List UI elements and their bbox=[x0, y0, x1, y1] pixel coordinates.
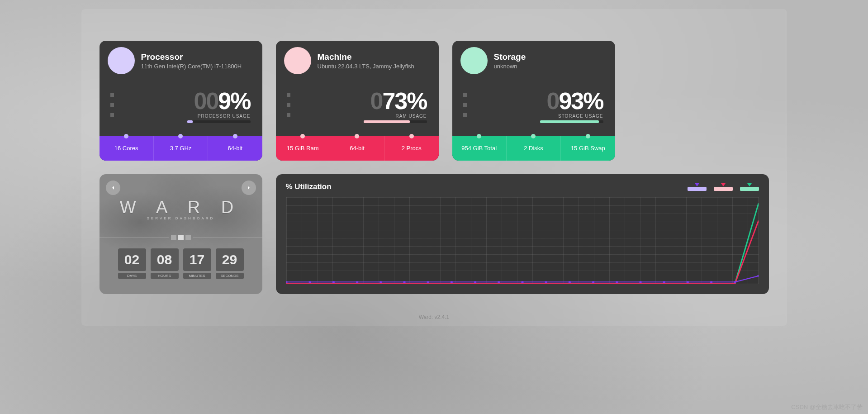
svg-point-13 bbox=[592, 281, 594, 283]
stat-total: 954 GiB Total bbox=[452, 136, 507, 161]
page-indicator bbox=[100, 235, 262, 240]
uptime-seconds: 29 SECONDS bbox=[216, 248, 244, 279]
svg-point-17 bbox=[686, 281, 689, 283]
chart-legend bbox=[688, 183, 759, 191]
stat-arch-m: 64-bit bbox=[330, 136, 384, 161]
machine-footer: 15 GiB Ram 64-bit 2 Procs bbox=[276, 136, 439, 161]
stat-arch: 64-bit bbox=[208, 136, 262, 161]
processor-header: Processor 11th Gen Intel(R) Core(TM) i7-… bbox=[100, 41, 262, 74]
dashboard-panel: Processor 11th Gen Intel(R) Core(TM) i7-… bbox=[81, 9, 787, 326]
chart-header: % Utilization bbox=[286, 182, 759, 191]
svg-point-18 bbox=[710, 281, 712, 283]
triangle-down-icon bbox=[695, 183, 699, 186]
stat-cores: 16 Cores bbox=[100, 136, 154, 161]
menu-dots-icon[interactable] bbox=[110, 93, 114, 117]
prev-button[interactable] bbox=[106, 181, 120, 195]
legend-processor[interactable] bbox=[688, 183, 707, 191]
stat-procs: 2 Procs bbox=[384, 136, 438, 161]
uptime: 02 DAYS 08 HOURS 17 MINUTES 29 SECONDS bbox=[118, 248, 244, 279]
top-row: Processor 11th Gen Intel(R) Core(TM) i7-… bbox=[100, 41, 769, 161]
svg-point-10 bbox=[521, 281, 524, 283]
chevron-left-icon bbox=[110, 185, 116, 190]
uptime-minutes-label: MINUTES bbox=[183, 273, 211, 279]
svg-point-12 bbox=[568, 281, 571, 283]
machine-card: Machine Ubuntu 22.04.3 LTS, Jammy Jellyf… bbox=[276, 41, 439, 161]
svg-point-8 bbox=[474, 281, 476, 283]
svg-point-4 bbox=[379, 281, 382, 283]
svg-point-7 bbox=[450, 281, 453, 283]
triangle-down-icon bbox=[747, 183, 752, 186]
stat-ram: 15 GiB Ram bbox=[276, 136, 330, 161]
storage-card: Storage unknown 093% STORAGE USAGE 954 G… bbox=[452, 41, 615, 161]
uptime-hours: 08 HOURS bbox=[151, 248, 179, 279]
storage-usage-bar bbox=[540, 120, 603, 123]
triangle-down-icon bbox=[721, 183, 726, 186]
legend-machine[interactable] bbox=[714, 183, 733, 191]
menu-dots-icon[interactable] bbox=[287, 93, 290, 117]
ward-card: W A R D SERVER DASHBOARD 02 DAYS 08 HOUR… bbox=[100, 174, 262, 294]
processor-subtitle: 11th Gen Intel(R) Core(TM) i7-11800H bbox=[141, 63, 242, 70]
svg-point-19 bbox=[733, 281, 736, 283]
uptime-minutes-value: 17 bbox=[183, 248, 211, 271]
machine-icon bbox=[284, 47, 311, 74]
storage-header: Storage unknown bbox=[452, 41, 615, 74]
svg-point-14 bbox=[615, 281, 618, 283]
chevron-right-icon bbox=[246, 185, 251, 190]
ward-logo: W A R D bbox=[120, 198, 242, 217]
svg-point-2 bbox=[332, 281, 335, 283]
processor-body: 009% PROCESSOR USAGE bbox=[100, 74, 262, 136]
uptime-minutes: 17 MINUTES bbox=[183, 248, 211, 279]
uptime-seconds-value: 29 bbox=[216, 248, 244, 271]
machine-header: Machine Ubuntu 22.04.3 LTS, Jammy Jellyf… bbox=[276, 41, 439, 74]
chart-title: % Utilization bbox=[286, 182, 332, 191]
stat-disks: 2 Disks bbox=[507, 136, 561, 161]
utilization-chart-card: % Utilization bbox=[276, 174, 769, 294]
processor-footer: 16 Cores 3.7 GHz 64-bit bbox=[100, 136, 262, 161]
uptime-seconds-label: SECONDS bbox=[216, 273, 244, 279]
uptime-days-value: 02 bbox=[118, 248, 146, 271]
uptime-days-label: DAYS bbox=[118, 273, 146, 279]
storage-usage-label: STORAGE USAGE bbox=[558, 114, 603, 119]
processor-card: Processor 11th Gen Intel(R) Core(TM) i7-… bbox=[100, 41, 262, 161]
processor-usage: 009% PROCESSOR USAGE bbox=[114, 87, 253, 123]
uptime-hours-value: 08 bbox=[151, 248, 179, 271]
processor-title: Processor bbox=[141, 52, 242, 62]
uptime-hours-label: HOURS bbox=[151, 273, 179, 279]
svg-point-3 bbox=[356, 281, 358, 283]
svg-point-0 bbox=[286, 281, 288, 283]
storage-body: 093% STORAGE USAGE bbox=[452, 74, 615, 136]
storage-icon bbox=[460, 47, 488, 74]
chart-area bbox=[286, 197, 759, 284]
svg-point-1 bbox=[308, 281, 311, 283]
storage-title: Storage bbox=[494, 52, 526, 62]
watermark: CSDN @全糖去冰吃不了苦 bbox=[791, 403, 863, 411]
legend-storage[interactable] bbox=[740, 183, 759, 191]
next-button[interactable] bbox=[242, 181, 256, 195]
processor-usage-bar bbox=[187, 120, 251, 123]
processor-usage-label: PROCESSOR USAGE bbox=[198, 114, 251, 119]
svg-point-5 bbox=[403, 281, 406, 283]
machine-usage: 073% RAM USAGE bbox=[290, 87, 430, 123]
stat-ghz: 3.7 GHz bbox=[154, 136, 208, 161]
machine-subtitle: Ubuntu 22.04.3 LTS, Jammy Jellyfish bbox=[318, 63, 414, 70]
storage-subtitle: unknown bbox=[494, 63, 526, 70]
stat-swap: 15 GiB Swap bbox=[561, 136, 615, 161]
storage-usage: 093% STORAGE USAGE bbox=[467, 87, 606, 123]
machine-usage-label: RAM USAGE bbox=[395, 114, 427, 119]
svg-point-11 bbox=[545, 281, 547, 283]
machine-title: Machine bbox=[318, 52, 414, 62]
processor-icon bbox=[108, 47, 135, 74]
menu-dots-icon[interactable] bbox=[463, 93, 467, 117]
bottom-row: W A R D SERVER DASHBOARD 02 DAYS 08 HOUR… bbox=[100, 174, 769, 294]
machine-usage-number: 073% bbox=[370, 87, 427, 114]
uptime-days: 02 DAYS bbox=[118, 248, 146, 279]
ward-subtitle: SERVER DASHBOARD bbox=[147, 216, 215, 220]
storage-usage-number: 093% bbox=[546, 87, 603, 114]
processor-usage-number: 009% bbox=[194, 87, 250, 114]
chart-svg bbox=[286, 197, 759, 284]
svg-point-15 bbox=[639, 281, 642, 283]
machine-usage-bar bbox=[364, 120, 427, 123]
machine-body: 073% RAM USAGE bbox=[276, 74, 439, 136]
storage-footer: 954 GiB Total 2 Disks 15 GiB Swap bbox=[452, 136, 615, 161]
version-text: Ward: v2.4.1 bbox=[419, 314, 450, 320]
